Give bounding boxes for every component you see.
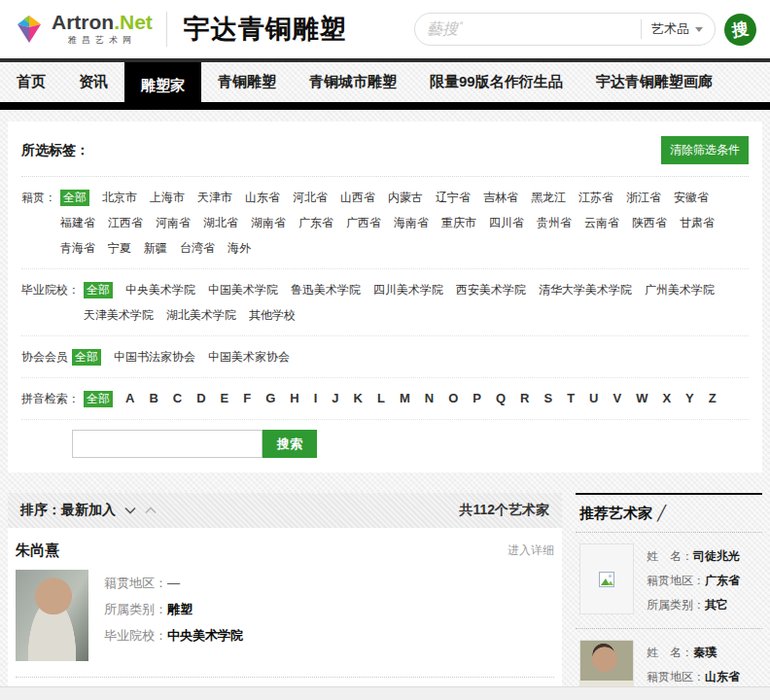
artron-logo[interactable]: Artron.Net 雅昌艺术网 bbox=[14, 12, 153, 47]
nav-item[interactable]: 资讯 bbox=[62, 62, 124, 102]
nav-item[interactable]: 青铜城市雕塑 bbox=[293, 62, 413, 102]
filter-option[interactable]: 中央美术学院 bbox=[125, 277, 195, 302]
filter-option[interactable]: 辽宁省 bbox=[436, 185, 471, 210]
filter-option[interactable]: 新疆 bbox=[144, 235, 167, 261]
filter-option[interactable]: E bbox=[221, 386, 229, 411]
sort-desc-icon[interactable] bbox=[124, 507, 136, 514]
listing-section: 排序：最新加入 共112个艺术家 朱尚熹 进入详细 籍贯地区：—所属类别：雕塑 bbox=[8, 493, 762, 700]
filter-option[interactable]: 西安美术学院 bbox=[456, 277, 526, 302]
header-search-box[interactable]: 藝搜° 艺术品 bbox=[414, 13, 716, 46]
header-search-button[interactable]: 搜 bbox=[724, 14, 756, 46]
filter-option[interactable]: 吉林省 bbox=[483, 185, 518, 210]
filter-option[interactable]: Q bbox=[496, 386, 506, 411]
filter-option[interactable]: 海南省 bbox=[394, 210, 429, 235]
filter-option[interactable]: B bbox=[149, 386, 158, 411]
filter-option[interactable]: J bbox=[332, 386, 338, 411]
filter-option[interactable]: 江西省 bbox=[108, 210, 143, 235]
filter-option[interactable]: N bbox=[425, 386, 434, 411]
filter-option-all-selected[interactable]: 全部 bbox=[84, 282, 113, 298]
filter-option[interactable]: 浙江省 bbox=[626, 185, 661, 210]
filter-option[interactable]: D bbox=[196, 386, 205, 411]
artist-search-input[interactable] bbox=[72, 430, 262, 458]
filter-option[interactable]: K bbox=[354, 386, 363, 411]
filter-option[interactable]: I bbox=[314, 386, 318, 411]
filter-option[interactable]: 贵州省 bbox=[537, 210, 572, 235]
filter-option[interactable]: L bbox=[377, 386, 385, 411]
filter-option-all-selected[interactable]: 全部 bbox=[72, 349, 101, 366]
filter-option[interactable]: 中国书法家协会 bbox=[114, 344, 195, 369]
filter-option[interactable]: G bbox=[265, 386, 275, 411]
filter-option[interactable]: O bbox=[448, 386, 458, 411]
filter-option[interactable]: 鲁迅美术学院 bbox=[291, 277, 361, 302]
filter-option[interactable]: 四川省 bbox=[489, 210, 524, 235]
filter-option[interactable]: 四川美术学院 bbox=[373, 277, 443, 302]
filter-options: 全部北京市上海市天津市山东省河北省山西省内蒙古辽宁省吉林省黑龙江江苏省浙江省安徽… bbox=[60, 185, 749, 261]
filter-option[interactable]: 湖南省 bbox=[251, 210, 286, 235]
filter-option[interactable]: 天津美术学院 bbox=[84, 302, 154, 328]
filter-option[interactable]: X bbox=[662, 386, 671, 411]
filter-option[interactable]: 江苏省 bbox=[578, 185, 613, 210]
filter-option[interactable]: R bbox=[520, 386, 529, 411]
filter-option[interactable]: F bbox=[243, 386, 251, 411]
filter-option[interactable]: 青海省 bbox=[60, 235, 95, 261]
filter-option[interactable]: 安徽省 bbox=[674, 185, 709, 210]
filter-option[interactable]: 上海市 bbox=[150, 185, 185, 210]
filter-option[interactable]: Z bbox=[709, 386, 717, 411]
nav-item[interactable]: 首页 bbox=[0, 62, 62, 102]
sort-asc-icon[interactable] bbox=[145, 507, 157, 514]
filter-option-all-selected[interactable]: 全部 bbox=[60, 190, 89, 206]
filter-option[interactable]: H bbox=[290, 386, 298, 411]
filter-option[interactable]: 黑龙江 bbox=[531, 185, 566, 210]
filter-option[interactable]: W bbox=[636, 386, 648, 411]
filter-option[interactable]: 湖北美术学院 bbox=[166, 302, 236, 328]
artist-list: 朱尚熹 进入详细 籍贯地区：—所属类别：雕塑毕业院校：中央美术学院 郑智君 进入… bbox=[8, 528, 562, 700]
filter-option[interactable]: 河南省 bbox=[156, 210, 191, 235]
filter-option[interactable]: 湖北省 bbox=[203, 210, 238, 235]
filter-option[interactable]: S bbox=[543, 386, 552, 411]
chevron-down-icon[interactable] bbox=[695, 27, 703, 32]
filter-option[interactable]: 其他学校 bbox=[249, 302, 296, 328]
filter-option[interactable]: 陕西省 bbox=[632, 210, 667, 235]
search-category-dropdown[interactable]: 艺术品 bbox=[651, 20, 689, 38]
clear-filters-button[interactable]: 清除筛选条件 bbox=[661, 136, 749, 164]
filter-option[interactable]: 山西省 bbox=[340, 185, 375, 210]
filter-option[interactable]: U bbox=[589, 386, 598, 411]
filter-option[interactable]: 广州美术学院 bbox=[645, 277, 715, 302]
filter-option[interactable]: 台湾省 bbox=[180, 235, 215, 261]
filter-option[interactable]: 甘肃省 bbox=[680, 210, 715, 235]
filter-option[interactable]: Y bbox=[685, 386, 694, 411]
artist-name[interactable]: 朱尚熹 bbox=[16, 542, 59, 560]
recommended-artist-photo[interactable] bbox=[579, 543, 634, 614]
filter-option[interactable]: T bbox=[567, 386, 575, 411]
filter-option[interactable]: V bbox=[612, 386, 621, 411]
nav-item[interactable]: 宇达青铜雕塑画廊 bbox=[579, 62, 729, 102]
filter-option[interactable]: C bbox=[173, 386, 182, 411]
filter-option[interactable]: 重庆市 bbox=[441, 210, 476, 235]
filter-option[interactable]: A bbox=[125, 386, 134, 411]
filter-option[interactable]: 北京市 bbox=[102, 185, 137, 210]
nav-item[interactable]: 限量99版名作衍生品 bbox=[413, 62, 579, 102]
detail-link[interactable]: 进入详细 bbox=[508, 542, 554, 559]
filter-option[interactable]: 海外 bbox=[228, 235, 251, 261]
filter-option[interactable]: 清华大学美术学院 bbox=[539, 277, 632, 302]
filter-option[interactable]: 福建省 bbox=[60, 210, 95, 235]
filter-option[interactable]: 宁夏 bbox=[108, 235, 131, 261]
filter-option[interactable]: P bbox=[472, 386, 481, 411]
filter-option[interactable]: 天津市 bbox=[197, 185, 232, 210]
filter-option[interactable]: 河北省 bbox=[293, 185, 328, 210]
filter-option[interactable]: 山东省 bbox=[245, 185, 280, 210]
filter-option[interactable]: 中国美术学院 bbox=[208, 277, 278, 302]
filter-option[interactable]: 广东省 bbox=[298, 210, 333, 235]
filter-option[interactable]: 中国美术家协会 bbox=[208, 344, 290, 369]
filter-option-all-selected[interactable]: 全部 bbox=[84, 391, 113, 407]
artist-photo[interactable] bbox=[16, 570, 88, 661]
filter-group: 籍贯： 全部北京市上海市天津市山东省河北省山西省内蒙古辽宁省吉林省黑龙江江苏省浙… bbox=[21, 177, 749, 268]
nav-item[interactable]: 雕塑家 bbox=[124, 62, 201, 110]
filter-option[interactable]: 内蒙古 bbox=[388, 185, 423, 210]
nav-item[interactable]: 青铜雕塑 bbox=[201, 62, 293, 102]
filter-search-button[interactable]: 搜索 bbox=[262, 430, 317, 458]
artist-field: 姓 名：秦璞 bbox=[647, 641, 740, 665]
filter-option[interactable]: M bbox=[400, 386, 410, 411]
filter-option[interactable]: 广西省 bbox=[346, 210, 381, 235]
filter-option[interactable]: 云南省 bbox=[584, 210, 619, 235]
